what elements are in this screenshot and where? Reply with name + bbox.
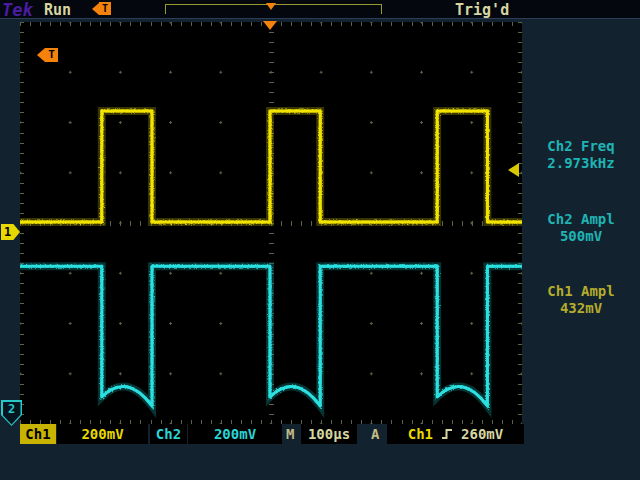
ch1-tag: Ch1 bbox=[20, 424, 56, 444]
trigger-readout: Ch1 260mV bbox=[387, 424, 524, 444]
trigger-source: Ch1 bbox=[408, 424, 433, 444]
measurement-value: 500mV bbox=[524, 228, 638, 245]
ch2-trace-fuzz bbox=[20, 266, 522, 406]
bottom-strip: T → 1.68520ms 15 Mar 2011 16:48:54 bbox=[0, 446, 640, 480]
trigger-level-icon bbox=[508, 163, 519, 177]
measurement-value: 432mV bbox=[524, 300, 638, 317]
measurement-label: Ch2 Freq bbox=[524, 138, 638, 155]
measurement-label: Ch1 Ampl bbox=[524, 283, 638, 300]
trigger-t-icon: T bbox=[45, 48, 58, 62]
waveform-svg bbox=[20, 22, 522, 424]
timebase-label: M bbox=[286, 424, 294, 444]
slope-rising-icon bbox=[441, 427, 453, 441]
graticule: T bbox=[20, 22, 522, 424]
trigger-position-icon bbox=[263, 21, 277, 30]
ch1-scale-readout: 200mV bbox=[57, 424, 148, 444]
acquisition-state: Run bbox=[44, 1, 71, 19]
record-view-trigger-marker-icon bbox=[266, 3, 276, 10]
ch1-trace-fuzz bbox=[20, 111, 522, 222]
trigger-level-readout: 260mV bbox=[461, 424, 503, 444]
ch1-ground-marker: 1 bbox=[1, 224, 20, 240]
left-arrow-icon bbox=[92, 3, 99, 15]
tek-logo: Tek bbox=[2, 0, 33, 20]
trigger-t-icon: T bbox=[99, 2, 111, 15]
measurement-label: Ch2 Ampl bbox=[524, 211, 638, 228]
ch2-scale-readout: 200mV bbox=[188, 424, 282, 444]
timebase-readout: 100µs bbox=[301, 424, 357, 444]
ch2-tag: Ch2 bbox=[150, 424, 187, 444]
oscilloscope-screen: Tek Run T Trig'd bbox=[0, 0, 640, 480]
ch2-ground-marker-label: 2 bbox=[3, 402, 21, 425]
trigger-a-label: A bbox=[371, 424, 379, 444]
left-arrow-icon bbox=[37, 48, 45, 62]
ch2-ground-marker: 2 bbox=[1, 400, 22, 426]
measurement-ch2-freq: Ch2 Freq 2.973kHz bbox=[524, 138, 638, 172]
bottom-readout-bar: Ch1 200mV Ch2 200mV M 100µs A Ch1 260mV bbox=[0, 424, 640, 445]
measurement-value: 2.973kHz bbox=[524, 155, 638, 172]
trigger-offscreen-indicator-icon: T bbox=[92, 2, 111, 15]
graticule-trigger-offscreen-icon: T bbox=[37, 48, 58, 62]
measurement-ch1-ampl: Ch1 Ampl 432mV bbox=[524, 283, 638, 317]
trigger-status: Trig'd bbox=[455, 1, 509, 19]
top-status-bar: Tek Run T Trig'd bbox=[0, 0, 640, 19]
measurement-ch2-ampl: Ch2 Ampl 500mV bbox=[524, 211, 638, 245]
